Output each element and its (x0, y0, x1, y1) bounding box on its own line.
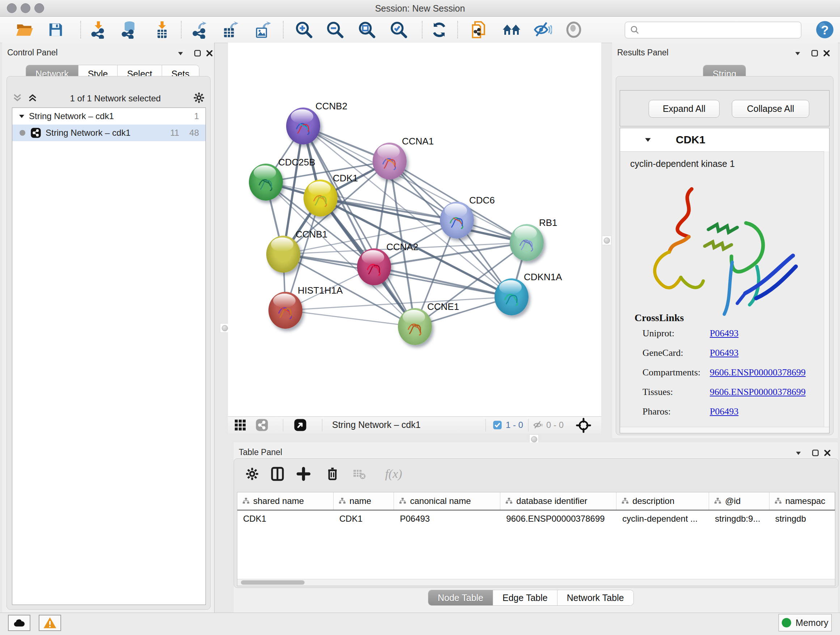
column-header-description[interactable]: description (616, 492, 709, 510)
zoom-fit-button[interactable] (357, 19, 377, 40)
help-button[interactable]: ? (815, 19, 835, 40)
column-header-canonical-name[interactable]: canonical name (394, 492, 500, 510)
save-session-button[interactable] (46, 19, 66, 40)
results-hscrollbar[interactable] (620, 427, 829, 433)
birds-eye-view-icon[interactable] (294, 418, 307, 432)
column-header-database-identifier[interactable]: database identifier (500, 492, 616, 510)
tab-node-table[interactable]: Node Table (428, 590, 493, 605)
selected-checkbox-icon[interactable] (493, 420, 502, 430)
gene-section-header[interactable]: CDK1 (620, 128, 829, 152)
control-panel-menu-icon[interactable] (176, 49, 185, 58)
export-network-button[interactable] (189, 19, 210, 40)
collapse-all-networks-icon[interactable] (12, 92, 23, 105)
expand-all-networks-icon[interactable] (27, 92, 38, 105)
toolbar-separator (322, 419, 322, 432)
network-node-CCNA2[interactable] (357, 249, 391, 285)
memory-button[interactable]: Memory (778, 614, 832, 631)
refresh-icon (431, 21, 448, 38)
right-splitter-handle[interactable] (602, 236, 611, 245)
apply-layout-button[interactable] (429, 19, 449, 40)
table-gear-icon[interactable] (243, 464, 262, 483)
delete-table-icon[interactable] (350, 464, 369, 483)
zoom-selected-button[interactable] (388, 19, 409, 40)
table-hscrollbar-thumb[interactable] (241, 580, 305, 585)
network-node-CCNA1[interactable] (373, 143, 407, 180)
import-network-database-button[interactable] (118, 19, 139, 40)
export-table-button[interactable] (220, 19, 240, 40)
node-label-HIST1H1A: HIST1H1A (298, 285, 343, 296)
zoom-in-button[interactable] (294, 19, 314, 40)
network-node-CDK1[interactable] (303, 180, 338, 217)
collection-count: 1 (194, 111, 199, 121)
first-neighbors-button[interactable] (501, 19, 522, 40)
control-panel-body: 1 of 1 Network selected String Network –… (6, 76, 210, 610)
grid-mode-icon[interactable] (234, 418, 247, 432)
network-node-CDKN1A[interactable] (494, 279, 529, 315)
network-node-CCNB2[interactable] (286, 108, 320, 144)
warning-status-button[interactable] (39, 615, 61, 631)
network-canvas[interactable]: CCNB2CCNA1CDC25BCDK1CDC6RB1CCNB1CCNA2CDK… (228, 43, 601, 416)
center-view-crosshair-icon[interactable] (576, 418, 591, 433)
collapse-all-button[interactable]: Collapse All (732, 100, 809, 118)
results-panel-menu-icon[interactable] (793, 49, 802, 58)
hide-selected-button[interactable] (532, 19, 553, 40)
column-header-name[interactable]: name (333, 492, 394, 510)
network-view-share-icon[interactable] (256, 418, 268, 432)
network-collection-row[interactable]: String Network – cdk1 1 (12, 108, 205, 125)
crosslink-link[interactable]: 9606.ENSP00000378699 (710, 367, 806, 378)
export-image-icon (254, 21, 272, 39)
session-share-button[interactable] (470, 19, 490, 40)
column-header-@id[interactable]: @id (709, 492, 769, 510)
export-image-button[interactable] (253, 19, 273, 40)
table-panel-menu-icon[interactable] (794, 448, 803, 458)
crosslink-link[interactable]: P06493 (710, 328, 738, 339)
crosslink-link[interactable]: P06493 (710, 406, 738, 417)
cloud-icon (12, 616, 26, 630)
control-panel-float-icon[interactable] (193, 49, 202, 58)
results-panel-float-icon[interactable] (810, 49, 819, 58)
cloud-status-button[interactable] (8, 615, 30, 631)
delete-column-icon[interactable] (323, 464, 342, 483)
collection-label: String Network – cdk1 (29, 111, 114, 121)
crosslink-label: GeneCard: (643, 348, 710, 358)
tab-network-table[interactable]: Network Table (557, 590, 633, 605)
results-panel-close-icon[interactable] (822, 49, 831, 58)
network-node-CCNE1[interactable] (398, 308, 432, 345)
crosslink-label: Uniprot: (643, 328, 710, 339)
network-row-selected[interactable]: String Network – cdk1 11 48 (12, 125, 205, 141)
network-options-gear-icon[interactable] (193, 92, 205, 105)
open-session-button[interactable] (14, 19, 35, 40)
network-node-CDC25B[interactable] (249, 164, 283, 201)
expand-all-button[interactable]: Expand All (649, 100, 720, 118)
cell-namespac: stringdb (769, 510, 835, 527)
add-column-icon[interactable] (294, 464, 313, 483)
show-all-button[interactable] (564, 19, 584, 40)
control-panel-close-icon[interactable] (205, 49, 214, 58)
current-network-dot-icon (19, 130, 25, 136)
show-columns-icon[interactable] (268, 464, 287, 483)
search-input[interactable] (643, 25, 801, 35)
node-label-CDC6: CDC6 (469, 195, 495, 206)
crosslink-link[interactable]: 9606.ENSP00000378699 (710, 386, 806, 397)
tab-edge-table[interactable]: Edge Table (493, 590, 557, 605)
function-builder-icon: f(x) (377, 464, 410, 483)
help-icon: ? (815, 20, 834, 39)
node-label-CDK1: CDK1 (333, 173, 358, 184)
network-view-toolbar: String Network – cdk1 1 - 0 0 - 0 (228, 416, 601, 434)
network-node-CDC6[interactable] (440, 202, 474, 239)
toolbar-separator (80, 21, 81, 38)
table-panel-close-icon[interactable] (823, 448, 832, 458)
network-node-CCNB1[interactable] (266, 236, 300, 272)
column-header-shared-name[interactable]: shared name (237, 492, 333, 510)
import-network-file-button[interactable] (88, 19, 109, 40)
zoom-out-button[interactable] (325, 19, 345, 40)
crosslink-link[interactable]: P06493 (710, 348, 738, 358)
results-scrollbar[interactable] (824, 151, 829, 433)
table-panel-float-icon[interactable] (811, 448, 820, 458)
collection-expander-icon (18, 112, 25, 120)
table-row[interactable]: CDK1CDK1P064939606.ENSP00000378699cyclin… (237, 510, 835, 527)
network-node-HIST1H1A[interactable] (268, 292, 302, 329)
import-table-button[interactable] (152, 19, 172, 40)
column-header-namespac[interactable]: namespac (769, 492, 835, 510)
network-node-RB1[interactable] (510, 224, 544, 261)
